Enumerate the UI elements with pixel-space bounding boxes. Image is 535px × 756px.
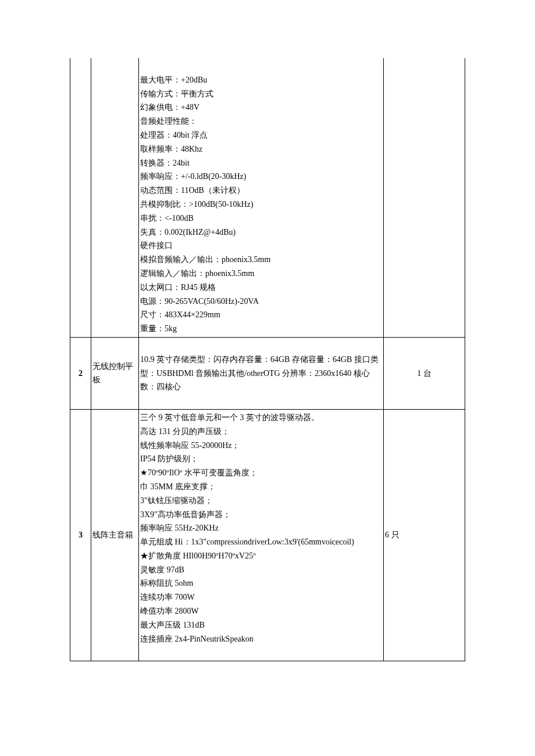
table-row: 2无线控制平板 10.9 英寸存储类型：闪存内存容量：64GB 存储容量：64G… (70, 337, 465, 409)
row-spec: 三个 9 英寸低音单元和一个 3 英寸的波导驱动器。高达 131 分贝的声压级；… (139, 409, 384, 661)
spec-line: 三个 9 英寸低音单元和一个 3 英寸的波导驱动器。 (140, 411, 382, 425)
spec-line: 串扰：<-100dB (140, 212, 382, 225)
spec-line: 3"钛铉压缩驱动器； (140, 494, 382, 508)
spec-line: 巾 35MM 底座支撑； (140, 480, 382, 494)
spec-line: 处理器：40bit 浮点 (140, 128, 382, 142)
spec-line (140, 646, 382, 660)
row-name: 无线控制平板 (91, 337, 139, 409)
row-number (70, 58, 91, 337)
row-spec: 10.9 英寸存储类型：闪存内存容量：64GB 存储容量：64GB 接口类型：U… (139, 337, 384, 409)
spec-line: 硬件接口 (140, 239, 382, 253)
spec-line (140, 339, 382, 353)
spec-line: 最大电平：+20dBu (140, 73, 382, 87)
spec-line: 频率响应 55Hz-20KHz (140, 521, 382, 535)
row-name: 线阵主音箱 (91, 409, 139, 661)
spec-line: 模拟音频输入／输出：phoenix3.5mm (140, 253, 382, 267)
spec-line: 最大声压级 131dB (140, 618, 382, 632)
spec-line: 灵敏度 97dB (140, 563, 382, 577)
spec-line: 以太网口：RJ45 规格 (140, 281, 382, 295)
spec-line: 取样频率：48Khz (140, 142, 382, 156)
spec-line: 3X9"高功率低音扬声器； (140, 508, 382, 522)
spec-line: 单元组成 Hi：1x3"compressiondriverLow:3x9'(65… (140, 535, 382, 549)
spec-table: 最大电平：+20dBu传输方式：平衡方式幻象供电：+48V音频处理性能：处理器：… (70, 58, 465, 661)
table-row: 3线阵主音箱三个 9 英寸低音单元和一个 3 英寸的波导驱动器。高达 131 分… (70, 409, 465, 661)
table-row: 最大电平：+20dBu传输方式：平衡方式幻象供电：+48V音频处理性能：处理器：… (70, 58, 465, 337)
row-qty (384, 58, 465, 337)
spec-line: IP54 防护级别； (140, 452, 382, 466)
row-number: 3 (70, 409, 91, 661)
spec-line: 高达 131 分贝的声压级； (140, 425, 382, 439)
spec-line: 幻象供电：+48V (140, 101, 382, 114)
spec-line: 失真：0.002(IkHZ@+4dBu) (140, 225, 382, 239)
page-container: 最大电平：+20dBu传输方式：平衡方式幻象供电：+48V音频处理性能：处理器：… (0, 0, 535, 661)
spec-line: 动态范围：11OdB（未计权） (140, 184, 382, 198)
spec-line: 线性频率响应 55-20000Hz； (140, 439, 382, 453)
spec-line: 传输方式：平衡方式 (140, 87, 382, 101)
spec-line (140, 394, 382, 408)
spec-line: 尺寸：483X44×229mm (140, 308, 382, 322)
row-qty: 6 只 (384, 409, 465, 661)
spec-line: 连接插座 2x4-PinNeutrikSpeakon (140, 632, 382, 646)
spec-line: 逻辑输入／输出：phoenix3.5mm (140, 267, 382, 281)
row-spec: 最大电平：+20dBu传输方式：平衡方式幻象供电：+48V音频处理性能：处理器：… (139, 58, 384, 337)
spec-line: ★70º90ºIlOº 水平可变覆盖角度； (140, 466, 382, 480)
spec-line: 共模抑制比：>100dB(50-10kHz) (140, 198, 382, 212)
spec-line (140, 59, 382, 73)
spec-line: 10.9 英寸存储类型：闪存内存容量：64GB 存储容量：64GB 接口类型：U… (140, 353, 382, 394)
spec-line: 转换器：24bit (140, 156, 382, 170)
spec-line: 峰值功率 2800W (140, 604, 382, 618)
row-name (91, 58, 139, 337)
row-number: 2 (70, 337, 91, 409)
row-qty: 1 台 (384, 337, 465, 409)
spec-line: ★扩散角度 HIl00H90ºH70ºxV25º (140, 549, 382, 563)
spec-line: 音频处理性能： (140, 114, 382, 128)
spec-line: 电源：90-265VAC(50/60Hz)-20VA (140, 295, 382, 309)
spec-line: 频率响应：+/-0.ldB(20-30kHz) (140, 170, 382, 184)
spec-line: 连续功率 700W (140, 590, 382, 604)
spec-line: 重量：5kg (140, 322, 382, 336)
spec-line: 标称阻抗 5ohm (140, 576, 382, 590)
